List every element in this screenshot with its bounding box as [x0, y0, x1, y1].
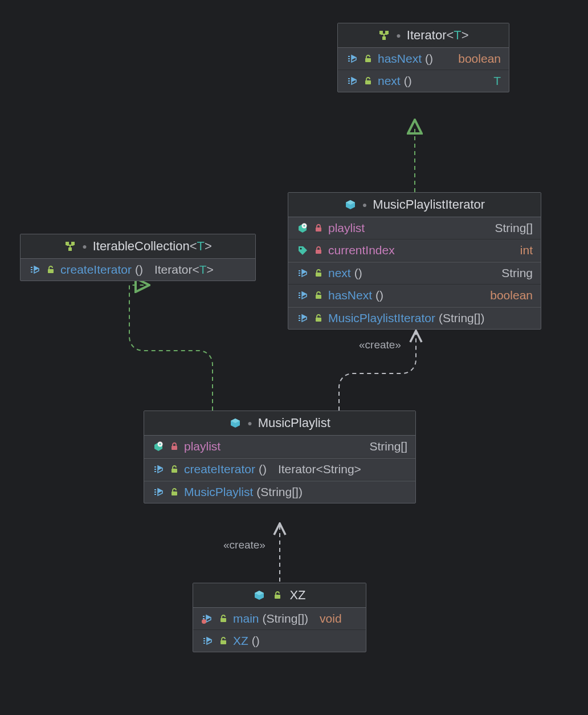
method-icon	[346, 75, 358, 87]
interface-icon	[64, 240, 76, 253]
svg-rect-50	[275, 595, 280, 599]
field-row[interactable]: playlist String[]	[288, 217, 541, 239]
svg-rect-29	[316, 273, 321, 277]
dot-icon: ●	[82, 242, 87, 251]
svg-rect-54	[220, 618, 226, 622]
method-row[interactable]: main(String[]) void	[193, 608, 366, 630]
dot-icon: ●	[396, 31, 401, 40]
svg-point-40	[159, 443, 161, 445]
svg-rect-47	[172, 491, 177, 495]
method-params: ()	[404, 74, 412, 88]
method-row[interactable]: next() String	[288, 262, 541, 285]
method-name: MusicPlaylistIterator	[328, 311, 435, 325]
class-box-xz[interactable]: XZ main(String[]) void XZ()	[193, 583, 366, 652]
method-row[interactable]: createIterator() Iterator<String>	[144, 458, 415, 481]
method-icon	[346, 52, 358, 65]
class-name: Iterator	[407, 28, 447, 42]
return-type: String	[501, 266, 533, 280]
class-title-iterable: ● IterableCollection<T>	[21, 234, 255, 259]
class-title-mpiter: ● MusicPlaylistIterator	[288, 193, 541, 217]
label-create-mplaylist: «create»	[223, 539, 266, 551]
return-type: T	[493, 74, 501, 88]
method-params: ()	[252, 634, 260, 648]
svg-point-53	[202, 619, 206, 624]
gear-field-icon	[296, 222, 309, 234]
svg-point-23	[303, 225, 305, 226]
class-icon	[344, 198, 357, 211]
dot-icon: ●	[362, 200, 367, 209]
method-icon	[152, 486, 165, 498]
class-icon	[229, 417, 242, 429]
method-name: createIterator	[60, 263, 132, 277]
svg-rect-10	[365, 80, 371, 84]
method-params: ()	[135, 263, 143, 277]
svg-rect-35	[316, 318, 321, 322]
method-params: ()	[259, 462, 267, 476]
field-type: String[]	[369, 440, 407, 453]
class-name: MusicPlaylistIterator	[373, 197, 485, 212]
svg-rect-44	[172, 469, 177, 473]
return-type: boolean	[458, 52, 501, 66]
class-title-iterator: ● Iterator<T>	[338, 23, 509, 48]
svg-rect-57	[220, 640, 226, 644]
class-name: XZ	[289, 588, 305, 603]
interface-icon	[378, 29, 390, 42]
constructor-row[interactable]: XZ()	[193, 630, 366, 652]
svg-rect-18	[48, 269, 54, 273]
class-name: MusicPlaylist	[258, 416, 330, 430]
field-name: playlist	[328, 221, 365, 235]
method-params: ()	[354, 266, 362, 280]
unlock-icon	[362, 75, 374, 87]
class-box-iterablecollection[interactable]: ● IterableCollection<T> createIterator()…	[20, 234, 256, 281]
unlock-icon	[312, 312, 325, 324]
svg-rect-4	[381, 34, 387, 35]
method-icon	[296, 289, 309, 302]
class-icon	[253, 589, 266, 602]
static-method-icon	[201, 612, 214, 625]
method-name: next	[328, 266, 351, 280]
svg-rect-15	[67, 245, 74, 246]
field-row[interactable]: playlist String[]	[144, 436, 415, 458]
class-box-iterator[interactable]: ● Iterator<T> hasNext() boolean next() T	[337, 23, 509, 92]
field-name: currentIndex	[328, 243, 395, 257]
class-box-musicplaylistiterator[interactable]: ● MusicPlaylistIterator playlist String[…	[288, 192, 541, 330]
method-icon	[296, 267, 309, 279]
svg-rect-7	[365, 58, 371, 62]
method-name: MusicPlaylist	[184, 485, 253, 499]
svg-rect-32	[316, 295, 321, 299]
unlock-icon	[271, 589, 284, 602]
class-title-xz: XZ	[193, 583, 366, 608]
unlock-icon	[312, 267, 325, 279]
method-name: next	[378, 74, 401, 88]
return-type: Iterator	[278, 462, 316, 476]
method-name: XZ	[233, 634, 248, 648]
unlock-icon	[168, 486, 181, 498]
unlock-icon	[217, 612, 230, 625]
label-create-mpiter: «create»	[359, 339, 401, 351]
dot-icon: ●	[247, 419, 252, 428]
unlock-icon	[44, 263, 57, 276]
method-icon	[152, 463, 165, 476]
method-name: createIterator	[184, 462, 255, 476]
constructor-row[interactable]: MusicPlaylistIterator(String[])	[288, 307, 541, 329]
unlock-icon	[312, 289, 325, 302]
method-row[interactable]: hasNext() boolean	[338, 48, 509, 70]
constructor-row[interactable]: MusicPlaylist(String[])	[144, 481, 415, 503]
field-row[interactable]: currentIndex int	[288, 239, 541, 262]
method-row[interactable]: createIterator() Iterator<T>	[21, 259, 255, 281]
svg-point-25	[300, 247, 301, 249]
return-type: Iterator	[154, 263, 193, 276]
method-row[interactable]: hasNext() boolean	[288, 285, 541, 307]
class-box-musicplaylist[interactable]: ● MusicPlaylist playlist String[] create…	[144, 411, 416, 503]
method-params: ()	[425, 52, 433, 66]
field-type: int	[520, 243, 533, 257]
edge-mplaylist-to-iterable	[129, 285, 213, 411]
method-params: ()	[375, 289, 383, 302]
unlock-icon	[168, 463, 181, 476]
svg-rect-24	[316, 228, 321, 231]
method-params: (String[])	[439, 311, 485, 325]
class-name: IterableCollection	[93, 239, 190, 253]
method-params: (String[])	[256, 485, 303, 499]
method-row[interactable]: next() T	[338, 70, 509, 92]
svg-rect-41	[172, 446, 177, 450]
